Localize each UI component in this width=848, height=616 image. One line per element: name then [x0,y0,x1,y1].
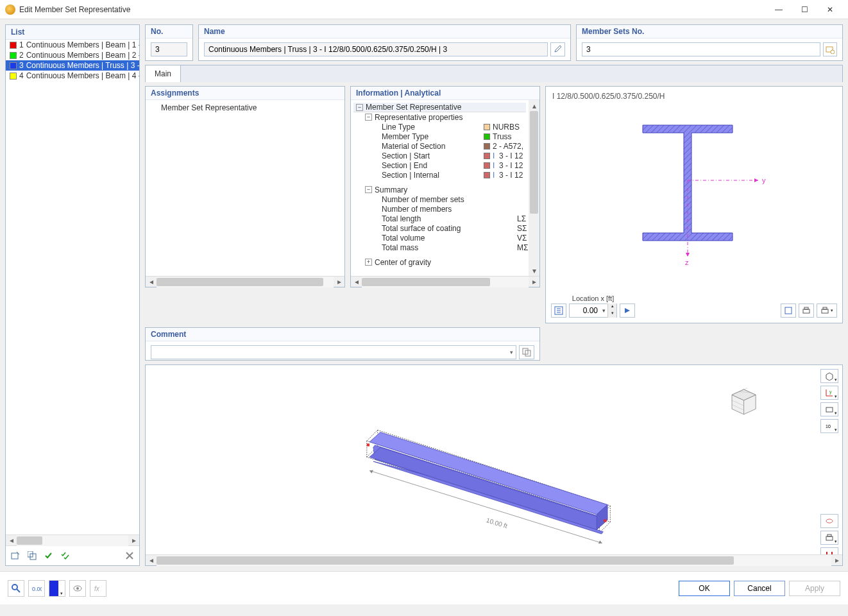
viewer-scrollbar[interactable]: ◂ ▸ [146,554,842,565]
info-cog[interactable]: + Center of gravity [353,257,526,267]
info-total-volume[interactable]: Total volume VΣ [353,233,526,243]
viewer-canvas[interactable]: 10.00 ft [146,365,842,565]
list-item[interactable]: 2 Continuous Members | Beam | 2 - [6,50,139,60]
svg-text:y: y [762,176,766,184]
view-print-button[interactable]: ▾ [820,531,838,545]
comment-header: Comment [146,328,539,341]
info-total-surface[interactable]: Total surface of coating SΣ [353,223,526,233]
scroll-left-icon[interactable]: ◂ [351,277,362,287]
nav-cube-icon[interactable] [732,388,756,414]
info-total-length[interactable]: Total length LΣ [353,214,526,223]
location-go-button[interactable] [620,304,635,318]
name-field[interactable] [204,42,548,56]
list-item[interactable]: 1 Continuous Members | Beam | 1 - [6,40,139,50]
expand-icon[interactable]: + [365,259,372,266]
assignments-root[interactable]: Member Set Representative [148,103,342,112]
location-pick-button[interactable] [551,304,566,318]
svg-point-25 [826,519,833,523]
svg-rect-0 [12,553,18,559]
info-section-end[interactable]: Section | End I3 - I 12 [353,160,526,170]
collapse-icon[interactable]: − [365,186,372,193]
view-scale-button[interactable]: 10▾ [820,419,838,433]
minimize-button[interactable]: — [766,0,792,19]
comment-combo[interactable]: ▾ [151,345,516,359]
svg-text:fx: fx [94,585,100,592]
spin-down-icon[interactable]: ▾ [607,311,616,318]
scroll-right-icon[interactable]: ▸ [529,277,539,287]
list-item-label: Continuous Members | Beam | 2 - [26,51,139,60]
info-line-type[interactable]: Line Type NURBS [353,122,526,132]
view-iso-button[interactable]: ▾ [820,369,838,383]
scroll-up-icon[interactable]: ▴ [529,100,539,111]
scroll-left-icon[interactable]: ◂ [146,555,157,566]
view-rotate-button[interactable] [820,514,838,528]
apply-button[interactable]: Apply [789,581,840,596]
no-field[interactable] [151,42,187,56]
svg-text:z: z [685,259,689,266]
list-item[interactable]: 4 Continuous Members | Beam | 4 - [6,71,139,81]
svg-rect-13 [804,307,808,309]
color-button[interactable]: ▾ [49,580,65,597]
assignments-scrollbar[interactable]: ◂ ▸ [146,276,344,287]
scroll-left-icon[interactable]: ◂ [146,277,157,287]
list-toolbar [6,545,139,565]
svg-point-32 [76,587,79,590]
list-item-idx: 4 [19,71,24,80]
info-total-mass[interactable]: Total mass MΣ [353,243,526,252]
edit-name-button[interactable] [550,42,565,56]
scroll-right-icon[interactable]: ▸ [334,277,344,287]
ok-button[interactable]: OK [679,581,730,596]
section-print-dropdown[interactable]: ▾ [817,304,837,318]
delete-button[interactable] [123,549,137,563]
svg-rect-26 [826,536,833,540]
new-item-button[interactable] [8,549,22,563]
list-item-label: Continuous Members | Beam | 4 - [26,71,139,80]
comment-copy-button[interactable] [519,345,534,359]
view-display-button[interactable]: ▾ [820,402,838,416]
info-section-start[interactable]: Section | Start I3 - I 12 [353,151,526,160]
viewer-panel[interactable]: 10.00 ft ▾ y▾ ▾ 10▾ ▾ [145,364,843,566]
scroll-right-icon[interactable]: ▸ [831,555,842,566]
collapse-icon[interactable]: − [356,104,363,111]
close-button[interactable]: ✕ [817,0,843,19]
info-scrollbar-h[interactable]: ◂ ▸ [351,276,539,287]
info-scrollbar-v[interactable]: ▴ ▾ [529,100,539,276]
assignments-panel: Assignments Member Set Representative ◂ … [145,86,345,287]
info-summary[interactable]: − Summary [353,185,526,194]
info-section-internal[interactable]: Section | Internal I3 - I 12 [353,170,526,180]
svg-rect-19 [604,519,606,522]
scroll-right-icon[interactable]: ▸ [128,535,139,546]
check-button[interactable] [42,549,56,563]
scroll-down-icon[interactable]: ▾ [529,265,539,276]
info-rep-props[interactable]: − Representative properties [353,112,526,122]
info-member-type[interactable]: Member Type Truss [353,132,526,141]
collapse-icon[interactable]: − [365,114,372,121]
list-item[interactable]: 3 Continuous Members | Truss | 3 - [6,60,139,71]
member-sets-field[interactable] [582,42,820,56]
location-spinner[interactable]: ▾ ▴ ▾ [569,304,617,318]
i-section-icon: I [493,171,499,180]
scroll-left-icon[interactable]: ◂ [6,535,17,546]
list-scrollbar[interactable]: ◂ ▸ [6,535,139,545]
info-root[interactable]: − Member Set Representative [353,103,526,112]
spin-up-icon[interactable]: ▴ [607,304,616,311]
maximize-button[interactable]: ☐ [792,0,817,19]
units-button[interactable]: 0.00 [28,580,45,597]
copy-item-button[interactable] [25,549,39,563]
info-material[interactable]: Material of Section 2 - A572, [353,141,526,151]
pick-member-sets-button[interactable] [823,42,837,56]
section-view-button[interactable] [781,304,796,318]
view-tool-button[interactable] [69,580,86,597]
info-num-sets[interactable]: Number of member sets [353,194,526,204]
section-print-button[interactable] [799,304,814,318]
cancel-button[interactable]: Cancel [734,581,785,596]
check-all-button[interactable] [58,549,72,563]
svg-rect-18 [367,443,369,446]
location-input[interactable] [570,306,600,315]
info-header: Information | Analytical [351,87,539,100]
search-button[interactable] [8,580,24,597]
info-num-members[interactable]: Number of members [353,204,526,214]
fx-button[interactable]: fx [90,580,106,597]
tab-main[interactable]: Main [146,65,181,82]
view-axis-button[interactable]: y▾ [820,386,838,400]
